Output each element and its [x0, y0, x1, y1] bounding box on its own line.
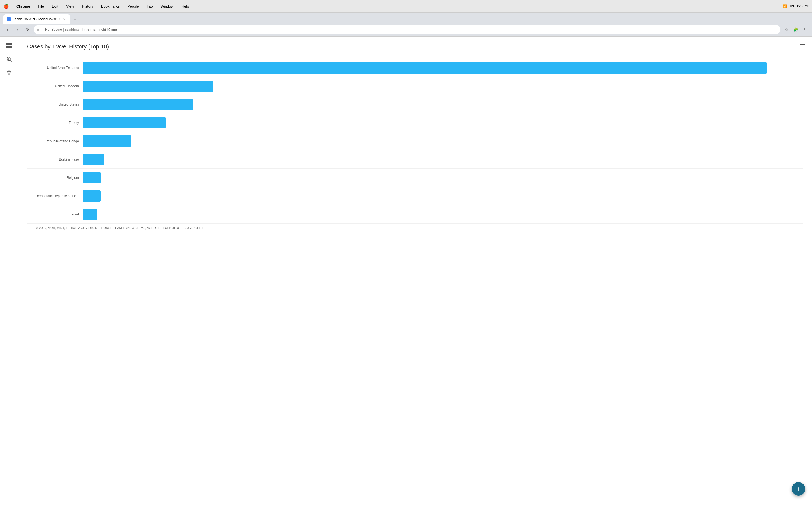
not-secure-label: Not Secure: [45, 27, 62, 32]
menu-people[interactable]: People: [126, 4, 140, 9]
bar-fill[interactable]: [84, 62, 767, 73]
bar-label: United Kingdom: [27, 84, 84, 88]
bar-row: Turkey: [27, 114, 803, 132]
menu-history[interactable]: History: [80, 4, 95, 9]
menu-window[interactable]: Window: [159, 4, 175, 9]
menu-bookmarks[interactable]: Bookmarks: [100, 4, 121, 9]
bar-container: [84, 154, 803, 165]
bar-fill[interactable]: [84, 117, 165, 128]
bar-container: [84, 172, 803, 183]
bar-container: [84, 80, 803, 92]
sidebar: [0, 37, 18, 507]
bar-label: Turkey: [27, 121, 84, 125]
bar-fill[interactable]: [84, 172, 101, 183]
address-bar-row: ‹ › ↻ ⚠ Not Secure | dashboard.ethiopia-…: [0, 24, 812, 36]
bar-row: Belgium: [27, 169, 803, 187]
tab-title: TackleCovid19 · TackleCovid19: [13, 17, 60, 21]
bar-chart: United Arab EmiratesUnited KingdomUnited…: [27, 59, 803, 224]
svg-point-5: [8, 71, 10, 72]
bar-row: Democratic Republic of the...: [27, 187, 803, 205]
bar-container: [84, 99, 803, 110]
menu-file[interactable]: File: [36, 4, 46, 9]
wifi-icon: 📶: [783, 4, 787, 8]
bar-fill[interactable]: [84, 209, 97, 220]
menu-chrome[interactable]: Chrome: [15, 4, 32, 9]
bar-row: Israel: [27, 205, 803, 224]
fab-button[interactable]: +: [792, 482, 805, 496]
bar-fill[interactable]: [84, 80, 213, 92]
url-text: dashboard.ethiopia-covid19.com: [65, 27, 118, 32]
browser-chrome: TackleCovid19 · TackleCovid19 ✕ + ‹ › ↻ …: [0, 13, 812, 37]
forward-button[interactable]: ›: [13, 25, 21, 34]
menu-icon[interactable]: ⋮: [801, 25, 809, 34]
mac-menubar: 🍎 Chrome File Edit View History Bookmark…: [0, 0, 812, 13]
svg-rect-8: [800, 48, 805, 48]
bar-label: United States: [27, 103, 84, 107]
address-wrapper[interactable]: ⚠ Not Secure | dashboard.ethiopia-covid1…: [34, 25, 780, 34]
sidebar-icon-map[interactable]: [3, 67, 15, 78]
bar-row: United Kingdom: [27, 77, 803, 96]
address-bar[interactable]: Not Secure | dashboard.ethiopia-covid19.…: [34, 25, 780, 34]
bar-fill[interactable]: [84, 135, 132, 147]
menu-tab[interactable]: Tab: [145, 4, 154, 9]
sidebar-icon-search[interactable]: [3, 54, 15, 65]
footer: © 2020, MOH, MINT, ETHIOPIA COVID19 RESP…: [27, 224, 803, 232]
back-button[interactable]: ‹: [3, 25, 11, 34]
bar-fill[interactable]: [84, 154, 104, 165]
bar-fill[interactable]: [84, 99, 193, 110]
bar-label: Democratic Republic of the...: [27, 194, 84, 198]
main-layout: Cases by Travel History (Top 10) United …: [0, 37, 812, 507]
bar-row: Republic of the Congo: [27, 132, 803, 151]
svg-rect-1: [9, 43, 11, 45]
menu-edit[interactable]: Edit: [50, 4, 60, 9]
bar-label: Republic of the Congo: [27, 139, 84, 143]
bar-row: United States: [27, 96, 803, 114]
extensions-icon[interactable]: 🧩: [792, 25, 800, 34]
bar-container: [84, 209, 803, 220]
bar-label: Burkina Faso: [27, 158, 84, 161]
bar-container: [84, 62, 803, 73]
bookmark-icon[interactable]: ☆: [783, 25, 791, 34]
bar-label: Belgium: [27, 176, 84, 180]
new-tab-button[interactable]: +: [71, 15, 79, 23]
content-area: Cases by Travel History (Top 10) United …: [18, 37, 812, 507]
url-separator: |: [63, 27, 64, 32]
tab-close-button[interactable]: ✕: [62, 17, 66, 21]
bar-label: United Arab Emirates: [27, 66, 84, 70]
fab-label: +: [797, 485, 801, 493]
bar-container: [84, 135, 803, 147]
active-tab[interactable]: TackleCovid19 · TackleCovid19 ✕: [3, 14, 70, 24]
bar-row: United Arab Emirates: [27, 59, 803, 77]
toolbar-icons: ☆ 🧩 ⋮: [783, 25, 809, 34]
not-secure-icon: ⚠: [37, 28, 40, 32]
apple-menu[interactable]: 🍎: [3, 4, 9, 9]
tab-favicon: [7, 17, 11, 21]
bar-label: Israel: [27, 212, 84, 216]
bar-row: Burkina Faso: [27, 151, 803, 169]
svg-rect-2: [6, 46, 9, 48]
chart-title: Cases by Travel History (Top 10): [27, 43, 803, 50]
svg-rect-3: [9, 46, 11, 48]
menubar-right: 📶 Thu 9:23 PM: [783, 4, 809, 8]
menu-help[interactable]: Help: [180, 4, 191, 9]
sidebar-icon-grid[interactable]: [3, 40, 15, 51]
bar-fill[interactable]: [84, 190, 101, 202]
bar-container: [84, 117, 803, 128]
svg-rect-0: [6, 43, 9, 45]
tab-bar: TackleCovid19 · TackleCovid19 ✕ +: [0, 13, 812, 24]
reload-button[interactable]: ↻: [24, 25, 32, 34]
clock: Thu 9:23 PM: [789, 4, 809, 8]
bar-container: [84, 190, 803, 202]
svg-rect-7: [800, 46, 805, 47]
chart-menu-button[interactable]: [800, 43, 805, 50]
svg-rect-6: [800, 44, 805, 45]
footer-text: © 2020, MOH, MINT, ETHIOPIA COVID19 RESP…: [36, 226, 203, 230]
menu-view[interactable]: View: [64, 4, 75, 9]
